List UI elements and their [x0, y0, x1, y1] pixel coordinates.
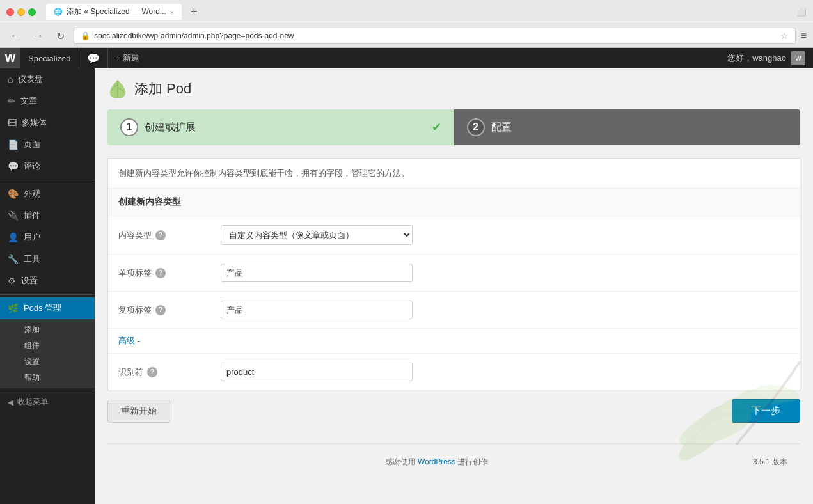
sidebar-separator-1	[0, 180, 95, 180]
single-tag-help-icon[interactable]: ?	[155, 268, 166, 278]
advanced-toggle[interactable]: 高级 -	[118, 336, 140, 345]
step-1-label: 创建或扩展	[145, 121, 196, 134]
action-row: 重新开始 下一步	[107, 391, 800, 430]
comments-icon: 💬	[8, 161, 19, 171]
sidebar-label-pages: 页面	[24, 139, 40, 150]
wizard-steps: 1 创建或扩展 ✔ 2 配置	[107, 109, 800, 145]
identifier-input[interactable]	[221, 363, 413, 381]
pods-sub-components[interactable]: 组件	[19, 338, 95, 354]
sidebar-separator-2	[0, 294, 95, 295]
form-intro: 创建新内容类型允许你控制内容类型到底能干啥，拥有的字段，管理它的方法。	[108, 159, 800, 189]
step-1-number: 1	[120, 118, 138, 136]
sidebar-item-media[interactable]: 🎞 多媒体	[0, 112, 95, 134]
sidebar-item-appearance[interactable]: 🎨 外观	[0, 183, 95, 205]
posts-icon: ✏	[8, 96, 15, 106]
pages-icon: 📄	[8, 139, 19, 150]
version-text: 3.5.1 版本	[753, 457, 787, 468]
sidebar-label-dashboard: 仪表盘	[18, 74, 43, 85]
footer: 感谢使用 WordPress 进行创作 3.5.1 版本	[107, 443, 800, 480]
sidebar-item-settings[interactable]: ⚙ 设置	[0, 270, 95, 292]
sidebar-item-tools[interactable]: 🔧 工具	[0, 248, 95, 270]
footer-text-after: 进行创作	[457, 457, 488, 466]
bookmark-icon[interactable]: ☆	[780, 31, 789, 41]
content-type-input-wrapper: 自定义内容类型（像文章或页面）	[221, 225, 789, 245]
sidebar-item-pages[interactable]: 📄 页面	[0, 134, 95, 155]
sidebar-label-settings: 设置	[21, 275, 38, 287]
pods-sub-add[interactable]: 添加	[19, 322, 95, 338]
tab-title: 添加 « Specialized — Word...	[67, 6, 166, 17]
footer-text-before: 感谢使用	[385, 457, 418, 466]
forward-button[interactable]: →	[29, 29, 47, 43]
browser-chrome: 🌐 添加 « Specialized — Word... × + ⬜ ← → ↻…	[0, 0, 813, 48]
content-type-label: 内容类型 ?	[118, 230, 221, 241]
minimize-window-button[interactable]	[17, 8, 25, 16]
sidebar-item-dashboard[interactable]: ⌂ 仪表盘	[0, 68, 95, 90]
identifier-label: 识别符 ?	[118, 366, 221, 378]
pods-sub-settings[interactable]: 设置	[19, 354, 95, 370]
appearance-icon: 🎨	[8, 189, 19, 199]
multi-tag-label: 复项标签 ?	[118, 304, 221, 316]
browser-tab[interactable]: 🌐 添加 « Specialized — Word... ×	[46, 4, 182, 20]
wp-brand-link[interactable]: Specialized	[20, 48, 79, 68]
browser-titlebar: 🌐 添加 « Specialized — Word... × + ⬜	[0, 0, 813, 24]
sidebar-item-users[interactable]: 👤 用户	[0, 226, 95, 248]
restart-button[interactable]: 重新开始	[107, 400, 170, 423]
media-icon: 🎞	[8, 118, 17, 128]
step-2-label: 配置	[491, 121, 512, 134]
identifier-input-wrapper	[221, 363, 789, 381]
back-button[interactable]: ←	[6, 29, 24, 43]
content-type-help-icon[interactable]: ?	[155, 230, 166, 240]
single-tag-input[interactable]	[221, 264, 413, 282]
collapse-label: 收起菜单	[17, 397, 48, 407]
content-type-select[interactable]: 自定义内容类型（像文章或页面）	[221, 225, 413, 245]
wizard-step-1: 1 创建或扩展 ✔	[107, 109, 454, 145]
new-tab-button[interactable]: +	[187, 5, 201, 19]
sidebar-item-plugins[interactable]: 🔌 插件	[0, 205, 95, 226]
refresh-button[interactable]: ↻	[52, 29, 68, 43]
wizard-step-2: 2 配置	[454, 109, 801, 145]
identifier-row: 识别符 ?	[108, 354, 800, 391]
maximize-window-button[interactable]	[28, 8, 36, 16]
multi-tag-row: 复项标签 ?	[108, 292, 800, 329]
sidebar-label-posts: 文章	[20, 95, 37, 107]
sidebar-label-comments: 评论	[24, 161, 40, 172]
wordpress-link[interactable]: WordPress	[418, 457, 455, 466]
sidebar-item-pods[interactable]: 🌿 Pods 管理	[0, 297, 95, 319]
multi-tag-help-icon[interactable]: ?	[155, 305, 166, 315]
page-title-row: 添加 Pod	[107, 79, 800, 99]
users-icon: 👤	[8, 232, 19, 242]
sidebar-label-pods: Pods 管理	[24, 303, 61, 314]
form-section-title: 创建新内容类型	[108, 189, 800, 216]
plugins-icon: 🔌	[8, 210, 19, 221]
address-bar[interactable]: 🔒 specializedbike/wp-admin/admin.php?pag…	[74, 28, 796, 44]
sidebar-label-media: 多媒体	[22, 117, 47, 129]
wp-logo[interactable]: W	[0, 48, 20, 68]
multi-tag-input[interactable]	[221, 301, 413, 319]
sidebar-label-tools: 工具	[24, 253, 40, 265]
new-content-button[interactable]: + 新建	[108, 48, 147, 68]
next-button[interactable]: 下一步	[732, 399, 800, 423]
form-container: 创建新内容类型允许你控制内容类型到底能干啥，拥有的字段，管理它的方法。 创建新内…	[107, 158, 800, 391]
user-menu[interactable]: 您好，wanghao W	[720, 48, 813, 68]
sidebar-label-appearance: 外观	[24, 188, 40, 200]
collapse-menu-button[interactable]: ◀ 收起菜单	[0, 391, 95, 413]
step-1-check: ✔	[432, 120, 441, 134]
sidebar-item-comments[interactable]: 💬 评论	[0, 155, 95, 177]
tab-close-button[interactable]: ×	[170, 8, 174, 16]
sidebar-label-plugins: 插件	[24, 210, 40, 221]
new-content-label: + 新建	[116, 52, 139, 64]
pods-sub-help[interactable]: 帮助	[19, 370, 95, 386]
close-window-button[interactable]	[6, 8, 14, 16]
sidebar-label-users: 用户	[24, 232, 40, 243]
address-text: specializedbike/wp-admin/admin.php?page=…	[94, 31, 777, 40]
settings-icon: ⚙	[8, 276, 16, 286]
comment-button[interactable]: 💬	[79, 48, 108, 68]
content-type-row: 内容类型 ? 自定义内容类型（像文章或页面）	[108, 216, 800, 255]
sidebar-item-posts[interactable]: ✏ 文章	[0, 90, 95, 112]
identifier-help-icon[interactable]: ?	[147, 367, 157, 377]
browser-menu-button[interactable]: ≡	[801, 30, 807, 42]
user-greeting: 您好，wanghao	[727, 52, 786, 64]
browser-window-controls[interactable]	[6, 8, 36, 16]
wp-layout: ⌂ 仪表盘 ✏ 文章 🎞 多媒体 📄 页面 💬 评论 🎨 外观 🔌 插件	[0, 68, 813, 504]
avatar: W	[791, 51, 805, 65]
